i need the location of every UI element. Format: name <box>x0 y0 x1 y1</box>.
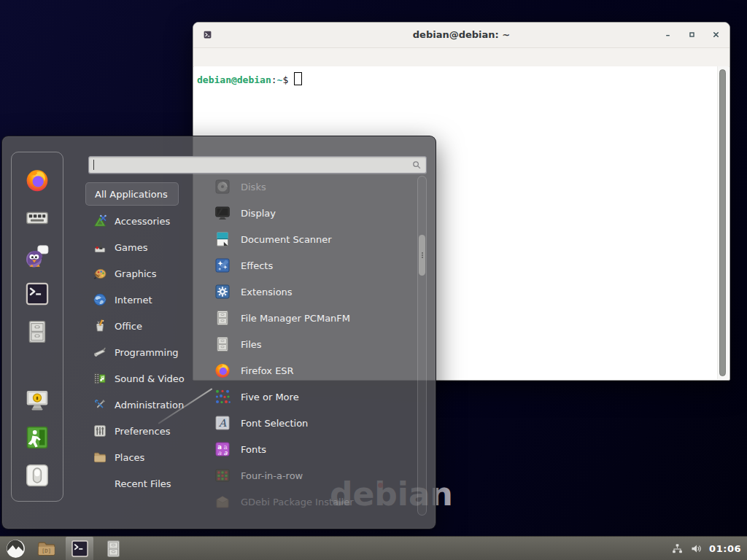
category-item[interactable]: Accessories <box>87 208 207 234</box>
application-item[interactable]: Four-in-a-row <box>212 462 417 489</box>
file-manager-launcher[interactable]: [D] <box>35 537 57 559</box>
category-label: Graphics <box>115 268 156 279</box>
category-item[interactable]: Programming <box>87 339 207 365</box>
menu-button[interactable] <box>4 537 26 559</box>
terminal-title: debian@debian: ~ <box>193 29 729 40</box>
office-icon <box>93 319 107 333</box>
application-item[interactable]: aaaa Fonts <box>212 436 417 462</box>
category-list: All Applications Accessories Games Graph… <box>87 182 207 497</box>
close-button[interactable] <box>712 31 720 39</box>
graphics-icon <box>93 266 107 281</box>
application-item[interactable]: Document Scanner <box>212 226 417 252</box>
category-label: Administration <box>115 400 184 411</box>
application-item[interactable]: File Manager PCManFM <box>212 305 417 331</box>
file-cabinet-icon <box>214 309 231 327</box>
category-label: Internet <box>115 295 152 306</box>
favorite-firefox[interactable] <box>24 167 50 193</box>
application-item[interactable]: Effects <box>212 252 417 279</box>
favorite-file-manager[interactable] <box>24 319 50 345</box>
application-item[interactable]: Disks <box>212 174 417 200</box>
favorites-sidebar <box>11 152 63 502</box>
application-list: Disks Display Document Scanner Effects E… <box>212 174 417 515</box>
fonts-icon: aaaa <box>214 440 231 458</box>
document-scanner-icon <box>214 230 231 248</box>
favorite-pidgin[interactable] <box>24 243 50 269</box>
volume-icon[interactable] <box>690 542 703 555</box>
menu-search-input[interactable] <box>88 156 427 174</box>
shell-prompt: debian@debian:~$ <box>194 66 729 85</box>
favorite-keyboard[interactable] <box>24 205 50 231</box>
application-label: Disks <box>241 182 266 192</box>
logout-button[interactable] <box>24 424 50 451</box>
category-item[interactable]: Preferences <box>87 418 207 444</box>
lock-screen-button[interactable] <box>24 386 50 413</box>
application-item[interactable]: Display <box>212 200 417 226</box>
prompt-colon: : <box>271 74 277 85</box>
category-label: Preferences <box>115 426 170 437</box>
minimize-button[interactable] <box>664 31 672 39</box>
application-item[interactable]: Extensions <box>212 279 417 305</box>
clock[interactable]: 01:06 <box>709 543 743 554</box>
session-buttons <box>12 386 63 489</box>
games-icon <box>93 240 107 254</box>
category-label: Recent Files <box>115 478 171 489</box>
category-item[interactable]: Office <box>87 313 207 339</box>
terminal-scrollbar-thumb[interactable] <box>719 69 726 376</box>
application-label: Extensions <box>241 287 293 298</box>
taskbar-folder-icon: [D] <box>36 539 56 559</box>
favorite-launchers <box>12 167 63 345</box>
font-selection-icon: A <box>214 414 231 432</box>
application-list-scrollbar[interactable] <box>417 176 427 516</box>
terminal-cursor <box>294 72 302 85</box>
category-label: Accessories <box>115 216 170 227</box>
application-label: Display <box>241 208 276 219</box>
disks-icon <box>214 178 231 195</box>
four-in-a-row-icon <box>214 467 231 484</box>
category-item[interactable]: Sound & Video <box>87 365 207 392</box>
category-label: Games <box>115 242 147 253</box>
application-label: GDebi Package Installer <box>241 497 354 508</box>
category-item[interactable]: All Applications <box>85 182 179 206</box>
extensions-icon <box>214 283 231 300</box>
category-item[interactable]: Administration <box>87 392 207 418</box>
application-list-scrollbar-thumb[interactable] <box>419 235 425 276</box>
sound-video-icon <box>93 371 107 386</box>
gdebi-icon <box>214 493 231 510</box>
shutdown-button[interactable] <box>24 462 50 489</box>
internet-icon <box>93 292 107 307</box>
preferences-icon <box>93 424 107 438</box>
application-item[interactable]: Firefox ESR <box>212 357 417 384</box>
menu-logo-icon <box>6 539 26 559</box>
application-label: Fonts <box>241 444 266 455</box>
category-item[interactable]: Games <box>87 234 207 260</box>
category-label: Office <box>115 321 142 332</box>
category-item[interactable]: Graphics <box>87 260 207 287</box>
category-label: All Applications <box>95 189 168 200</box>
desktop: debian debian@debian: ~ debian@debian:~$ <box>0 0 747 560</box>
category-item[interactable]: Internet <box>87 287 207 313</box>
application-label: Firefox ESR <box>241 365 294 376</box>
prompt-user-host: debian@debian <box>197 74 271 85</box>
accessories-icon <box>93 214 107 228</box>
terminal-titlebar[interactable]: debian@debian: ~ <box>193 23 729 48</box>
application-item[interactable]: Files <box>212 331 417 357</box>
network-icon[interactable] <box>671 542 684 555</box>
window-buttons <box>664 31 720 39</box>
svg-text:[D]: [D] <box>41 547 50 553</box>
favorite-terminal[interactable] <box>24 281 50 307</box>
system-tray: 01:06 <box>671 542 743 555</box>
application-item[interactable]: Five or More <box>212 384 417 410</box>
category-item[interactable]: Places <box>87 444 207 470</box>
application-label: Document Scanner <box>241 234 332 245</box>
application-item[interactable]: A Font Selection <box>212 410 417 436</box>
terminal-scrollbar[interactable] <box>717 66 729 379</box>
application-item[interactable]: GDebi Package Installer <box>212 489 417 515</box>
category-item[interactable]: Recent Files <box>87 470 207 497</box>
terminal-task-button[interactable] <box>66 537 93 560</box>
taskbar: [D] 01:06 <box>0 536 747 560</box>
application-label: Files <box>241 339 262 350</box>
effects-icon <box>214 257 231 274</box>
maximize-button[interactable] <box>688 31 696 39</box>
files-launcher[interactable] <box>102 537 124 559</box>
category-label: Places <box>115 452 144 463</box>
